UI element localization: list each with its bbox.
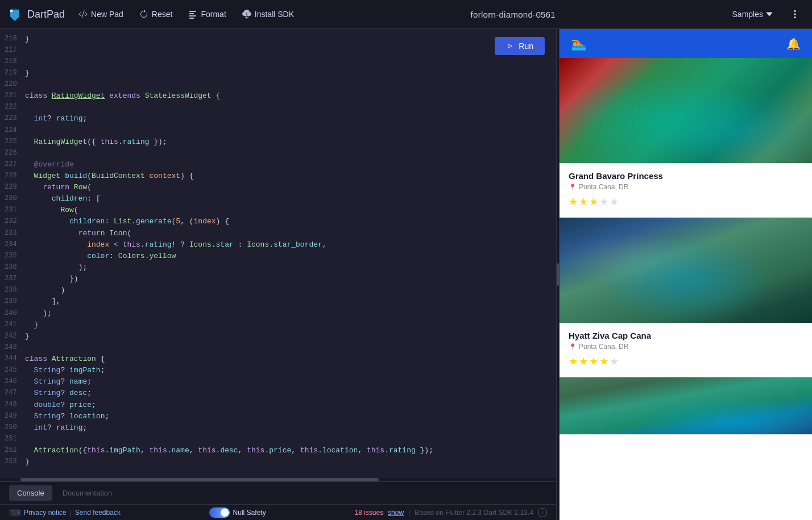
status-right: 18 issues show | Based on Flutter 2.2.3 … [354, 508, 547, 517]
flutter-info: Based on Flutter 2.2.3 Dart SDK 2.13.4 [415, 509, 533, 517]
table-row: 236 ); [0, 262, 556, 273]
new-pad-button[interactable]: New Pad [72, 6, 130, 22]
line-number: 238 [5, 285, 25, 296]
reset-label: Reset [152, 10, 173, 19]
star-1-2: ★ [579, 195, 588, 208]
main-area: Run 216 } 217 218 [0, 29, 812, 520]
line-number: 217 [5, 45, 25, 56]
line-content: Attraction({this.imgPath, this.name, thi… [25, 445, 552, 456]
location-pin-icon-1: 📍 [569, 184, 577, 191]
line-content: int? rating; [25, 422, 552, 434]
table-row: 222 [0, 102, 556, 113]
line-content: } [25, 331, 552, 342]
star-1-5: ★ [610, 195, 619, 208]
star-1-4: ★ [599, 195, 608, 208]
hotel-name-1: Grand Bavaro Princess [569, 171, 803, 181]
line-number: 231 [5, 205, 25, 216]
line-content [25, 125, 552, 136]
line-number: 247 [5, 388, 25, 399]
table-row: 235 color: Colors.yellow [0, 251, 556, 262]
navbar-right: Samples [726, 4, 805, 24]
table-row: 232 children: List.generate(5, (index) { [0, 216, 556, 227]
more-options-button[interactable] [785, 4, 805, 24]
line-content [25, 434, 552, 445]
navbar: DartPad New Pad Reset Format Install SDK… [0, 0, 812, 29]
line-content: } [25, 456, 552, 468]
star-1-1: ★ [569, 195, 578, 208]
line-number: 237 [5, 273, 25, 285]
reset-button[interactable]: Reset [132, 6, 180, 22]
status-bar: ⌨ Privacy notice | Send feedback Null Sa… [0, 504, 556, 520]
table-row: 225 RatingWidget({ this.rating }); [0, 136, 556, 148]
line-content: @override [25, 159, 552, 170]
line-content: index < this.rating! ? Icons.star : Icon… [25, 239, 552, 251]
line-content: class RatingWidget extends StatelessWidg… [25, 90, 552, 102]
line-number: 223 [5, 113, 25, 124]
line-content: Row( [25, 205, 552, 216]
line-number: 234 [5, 239, 25, 251]
install-sdk-button[interactable]: Install SDK [235, 6, 301, 22]
line-number: 240 [5, 308, 25, 319]
star-1-3: ★ [589, 195, 598, 208]
hotel-location-1: 📍 Punta Cana, DR [569, 183, 803, 191]
star-2-3: ★ [589, 355, 598, 368]
line-content: } [25, 68, 552, 79]
line-number: 224 [5, 125, 25, 136]
line-number: 252 [5, 445, 25, 456]
line-number: 241 [5, 319, 25, 331]
scrollbar-thumb[interactable] [20, 478, 379, 481]
table-row: 233 return Icon( [0, 228, 556, 239]
tab-console[interactable]: Console [9, 485, 52, 501]
status-left: ⌨ Privacy notice | Send feedback [9, 508, 121, 517]
table-row: 239 ], [0, 296, 556, 307]
line-number: 227 [5, 159, 25, 170]
table-row: 250 int? rating; [0, 422, 556, 434]
privacy-notice[interactable]: Privacy notice [24, 509, 67, 517]
preview-content[interactable]: Grand Bavaro Princess 📍 Punta Cana, DR ★… [560, 58, 812, 520]
line-content [25, 45, 552, 56]
tab-documentation[interactable]: Documentation [55, 485, 120, 501]
line-number: 220 [5, 79, 25, 90]
line-number: 244 [5, 353, 25, 365]
table-row: 218 [0, 56, 556, 68]
format-label: Format [201, 10, 226, 19]
svg-point-0 [10, 10, 13, 13]
run-button[interactable]: Run [495, 37, 545, 55]
hotel-location-text-2: Punta Cana, DR [579, 343, 628, 351]
code-editor[interactable]: Run 216 } 217 218 [0, 29, 556, 477]
null-safety-toggle[interactable] [209, 507, 230, 518]
line-content [25, 148, 552, 159]
table-row: 243 [0, 342, 556, 353]
reset-icon [139, 10, 148, 19]
hotel-location-2: 📍 Punta Cana, DR [569, 343, 803, 351]
samples-label: Samples [732, 10, 763, 19]
table-row: 238 ) [0, 285, 556, 296]
line-content: ); [25, 308, 552, 319]
table-row: 226 [0, 148, 556, 159]
null-safety-label: Null Safety [233, 509, 266, 517]
star-2-2: ★ [579, 355, 588, 368]
issues-count: 18 issues [354, 509, 383, 517]
line-content: ); [25, 262, 552, 273]
show-issues-link[interactable]: show [388, 509, 404, 517]
samples-button[interactable]: Samples [726, 6, 780, 22]
horizontal-scrollbar[interactable] [0, 477, 556, 481]
star-2-1: ★ [569, 355, 578, 368]
separator2: | [408, 509, 410, 517]
divider-handle [557, 263, 559, 286]
info-icon[interactable]: i [538, 508, 547, 517]
table-row: 230 children: [ [0, 193, 556, 205]
line-number: 236 [5, 262, 25, 273]
line-number: 250 [5, 422, 25, 434]
preview-header: 🏊 🔔 [560, 29, 812, 58]
table-row: 220 [0, 79, 556, 90]
waves-icon: 🏊 [571, 36, 586, 51]
line-number: 245 [5, 365, 25, 376]
format-button[interactable]: Format [181, 6, 233, 22]
line-content [25, 342, 552, 353]
table-row: 231 Row( [0, 205, 556, 216]
send-feedback[interactable]: Send feedback [75, 509, 121, 517]
hotel-stars-2: ★ ★ ★ ★ ★ [569, 355, 803, 368]
line-content: } [25, 34, 552, 45]
line-number: 251 [5, 434, 25, 445]
